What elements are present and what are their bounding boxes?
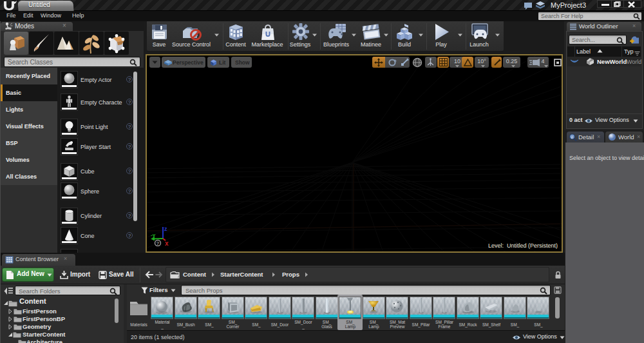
svg-text:x: x — [165, 240, 169, 246]
svg-text:z: z — [164, 226, 167, 232]
svg-text:i: i — [571, 135, 573, 140]
svg-text:?: ? — [156, 240, 160, 246]
svg-text:-y: -y — [151, 232, 156, 238]
